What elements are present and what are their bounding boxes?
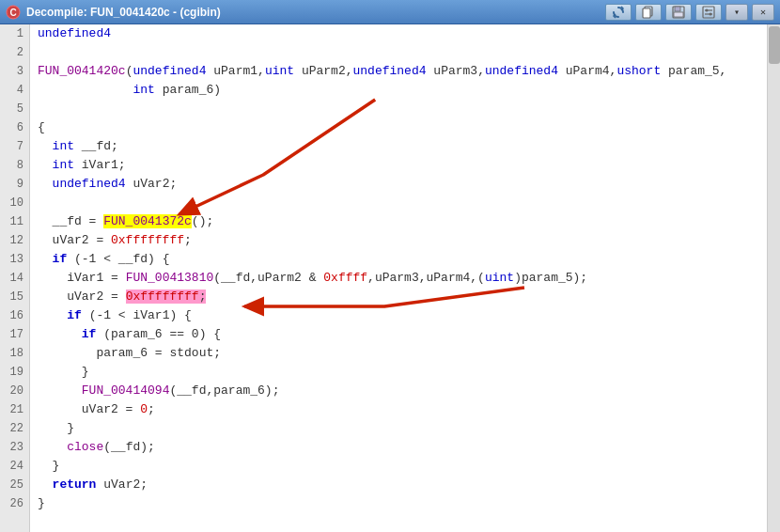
options-icon (702, 6, 715, 19)
line-num-22: 22 (0, 419, 29, 438)
line-num-14: 14 (0, 269, 29, 288)
line-num-12: 12 (0, 231, 29, 250)
line-num-10: 10 (0, 194, 29, 212)
line-num-26: 26 (0, 494, 29, 513)
line-num-6: 6 (0, 118, 29, 137)
code-line-19: } (38, 363, 767, 382)
options-button[interactable] (695, 4, 722, 21)
code-line-15: uVar2 = 0xffffffff; (38, 288, 767, 306)
line-numbers: 1 2 3 4 5 6 7 8 9 10 11 12 13 14 15 16 1… (0, 24, 30, 532)
line-num-9: 9 (0, 175, 29, 194)
code-line-11: __fd = FUN_0041372c(); (38, 212, 767, 231)
line-num-23: 23 (0, 438, 29, 457)
code-line-13: if (-1 < __fd) { (38, 250, 767, 269)
code-line-6: { (38, 118, 767, 137)
code-line-8: int iVar1; (38, 156, 767, 175)
close-button[interactable]: ✕ (752, 4, 774, 21)
title-bar-controls: ▾ ✕ (605, 4, 774, 21)
code-line-3: FUN_0041420c(undefined4 uParm1,uint uPar… (38, 62, 767, 81)
line-num-25: 25 (0, 476, 29, 494)
line-num-11: 11 (0, 212, 29, 231)
code-line-25: return uVar2; (38, 476, 767, 494)
line-num-20: 20 (0, 382, 29, 400)
vertical-scrollbar[interactable] (767, 24, 780, 532)
code-line-9: undefined4 uVar2; (38, 175, 767, 194)
code-line-14: iVar1 = FUN_00413810(__fd,uParm2 & 0xfff… (38, 269, 767, 288)
svg-rect-3 (643, 8, 650, 18)
line-num-21: 21 (0, 400, 29, 419)
line-num-13: 13 (0, 250, 29, 269)
line-num-15: 15 (0, 288, 29, 306)
code-line-22: } (38, 419, 767, 438)
line-num-18: 18 (0, 344, 29, 363)
line-num-17: 17 (0, 325, 29, 344)
code-line-1: undefined4 (38, 24, 767, 43)
line-num-5: 5 (0, 100, 29, 118)
line-num-8: 8 (0, 156, 29, 175)
code-line-18: param_6 = stdout; (38, 344, 767, 363)
line-num-3: 3 (0, 62, 29, 81)
line-num-4: 4 (0, 81, 29, 100)
code-line-21: uVar2 = 0; (38, 400, 767, 419)
copy-button[interactable] (635, 4, 662, 21)
code-line-23: close(__fd); (38, 438, 767, 457)
code-line-26: } (38, 494, 767, 513)
code-line-4: int param_6) (38, 81, 767, 100)
title-bar-left: C Decompile: FUN_0041420c - (cgibin) (6, 5, 221, 20)
svg-rect-6 (674, 12, 683, 17)
line-num-7: 7 (0, 137, 29, 156)
code-line-16: if (-1 < iVar1) { (38, 306, 767, 325)
refresh-button[interactable] (605, 4, 632, 21)
code-line-12: uVar2 = 0xffffffff; (38, 231, 767, 250)
code-line-7: int __fd; (38, 137, 767, 156)
code-line-10 (38, 194, 767, 212)
window-title: Decompile: FUN_0041420c - (cgibin) (26, 6, 221, 19)
code-line-5 (38, 100, 767, 118)
svg-point-11 (710, 12, 712, 15)
save-icon (672, 6, 685, 19)
line-num-24: 24 (0, 457, 29, 476)
main-content: 1 2 3 4 5 6 7 8 9 10 11 12 13 14 15 16 1… (0, 24, 780, 532)
code-line-17: if (param_6 == 0) { (38, 325, 767, 344)
dropdown-button[interactable]: ▾ (725, 4, 748, 21)
copy-icon (642, 6, 655, 19)
code-line-20: FUN_00414094(__fd,param_6); (38, 382, 767, 400)
title-bar: C Decompile: FUN_0041420c - (cgibin) (0, 0, 780, 24)
save-button[interactable] (665, 4, 692, 21)
line-num-1: 1 (0, 24, 29, 43)
svg-point-9 (706, 8, 709, 11)
line-num-19: 19 (0, 363, 29, 382)
svg-text:C: C (9, 8, 16, 18)
app-window: C Decompile: FUN_0041420c - (cgibin) (0, 0, 780, 532)
line-num-16: 16 (0, 306, 29, 325)
app-logo-icon: C (6, 5, 21, 20)
scrollbar-thumb[interactable] (769, 26, 780, 64)
code-editor[interactable]: undefined4 FUN_0041420c(undefined4 uParm… (30, 24, 767, 532)
svg-rect-7 (703, 7, 714, 18)
code-line-2 (38, 43, 767, 62)
svg-rect-5 (675, 7, 680, 11)
refresh-icon (612, 6, 625, 19)
code-line-24: } (38, 457, 767, 476)
line-num-2: 2 (0, 43, 29, 62)
